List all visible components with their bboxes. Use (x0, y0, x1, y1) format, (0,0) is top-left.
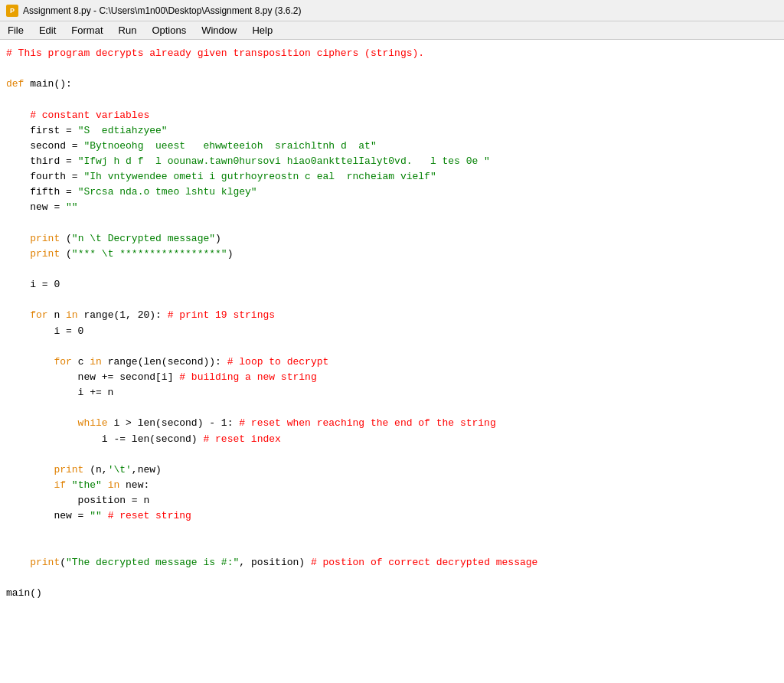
code-area[interactable]: # This program decrypts already given tr… (0, 40, 784, 683)
title-bar-text: Assignment 8.py - C:\Users\m1n00\Desktop… (23, 5, 302, 16)
code-line: if "the" in new: (6, 478, 778, 493)
menu-edit[interactable]: Edit (31, 21, 64, 39)
code-line (6, 216, 778, 231)
code-line: fifth = "Srcsa nda.o tmeo lshtu klgey" (6, 185, 778, 200)
code-line (6, 61, 778, 77)
code-line (6, 524, 778, 539)
title-bar: P Assignment 8.py - C:\Users\m1n00\Deskt… (0, 0, 784, 21)
app-icon: P (6, 5, 18, 17)
code-line: i -= len(second) # reset index (6, 432, 778, 447)
code-line (6, 292, 778, 308)
code-line: third = "Ifwj h d f l oounaw.tawn0hursov… (6, 154, 778, 169)
code-line: fourth = "Ih vntywendee ometi i gutrhoyr… (6, 169, 778, 185)
code-line: new += second[i] # building a new string (6, 370, 778, 385)
code-line: # This program decrypts already given tr… (6, 46, 778, 61)
code-line (6, 447, 778, 462)
code-line (6, 540, 778, 555)
code-line: i = 0 (6, 277, 778, 292)
code-line: i += n (6, 385, 778, 400)
code-line: main() (6, 586, 778, 601)
code-line: position = n (6, 493, 778, 508)
code-line: # constant variables (6, 108, 778, 123)
code-line: second = "Bytnoeohg ueest ehwwteeioh sra… (6, 139, 778, 154)
code-line (6, 92, 778, 107)
code-line: for c in range(len(second)): # loop to d… (6, 355, 778, 370)
menu-file[interactable]: File (0, 21, 31, 39)
code-line: new = "" # reset string (6, 508, 778, 524)
code-line (6, 339, 778, 355)
code-line (6, 570, 778, 586)
code-line: def main(): (6, 77, 778, 92)
code-line (6, 262, 778, 277)
menu-help[interactable]: Help (244, 21, 280, 39)
menu-bar: File Edit Format Run Options Window Help (0, 21, 784, 40)
code-line: print (n,'\t',new) (6, 462, 778, 478)
code-line: i = 0 (6, 324, 778, 339)
code-line: first = "S edtiahzyee" (6, 123, 778, 139)
menu-window[interactable]: Window (194, 21, 244, 39)
code-line: new = "" (6, 200, 778, 215)
code-line: print("The decrypted message is #:", pos… (6, 555, 778, 570)
menu-run[interactable]: Run (111, 21, 145, 39)
code-line: print ("*** \t *****************") (6, 247, 778, 262)
code-line: for n in range(1, 20): # print 19 string… (6, 308, 778, 323)
code-line: while i > len(second) - 1: # reset when … (6, 416, 778, 431)
menu-format[interactable]: Format (64, 21, 110, 39)
code-line: print ("n \t Decrypted message") (6, 231, 778, 247)
menu-options[interactable]: Options (144, 21, 194, 39)
code-line (6, 400, 778, 416)
